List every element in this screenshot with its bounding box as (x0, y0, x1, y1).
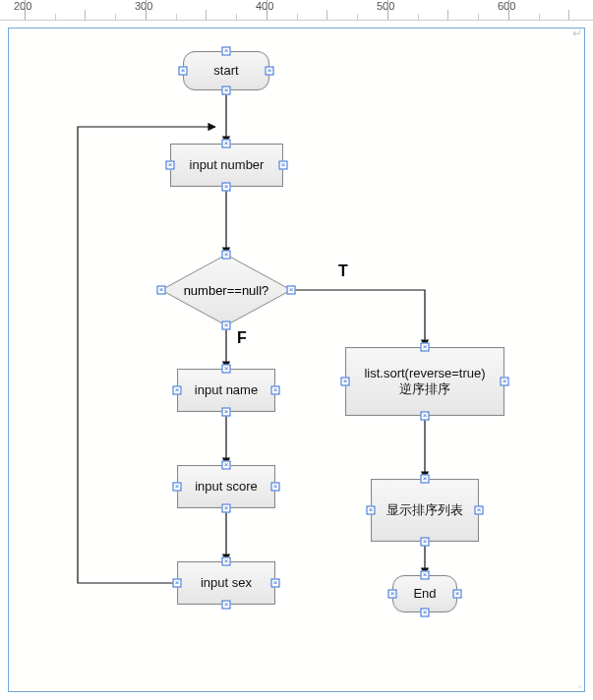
branch-label-false: F (237, 329, 247, 347)
node-label: input name (195, 382, 258, 398)
flowchart-canvas[interactable]: start input number number==null? T F (9, 29, 584, 691)
node-label: 显示排序列表 (386, 502, 463, 518)
node-label: input number (190, 157, 265, 173)
node-input-number[interactable]: input number (170, 144, 283, 187)
ruler-label: 600 (498, 0, 515, 12)
node-label-line1: list.sort(reverse=true) (364, 366, 485, 381)
node-input-score[interactable]: input score (177, 465, 275, 508)
ruler-label: 400 (256, 0, 273, 12)
page: 200 300 400 500 600 ↵ ◦ (0, 0, 593, 700)
ruler: 200 300 400 500 600 (0, 0, 593, 21)
node-sort[interactable]: list.sort(reverse=true) 逆序排序 (345, 347, 504, 416)
ruler-label: 500 (377, 0, 394, 12)
node-label: End (413, 586, 436, 602)
node-input-sex[interactable]: input sex (177, 561, 275, 605)
ruler-label: 300 (135, 0, 152, 12)
node-label: input sex (201, 575, 252, 591)
node-input-name[interactable]: input name (177, 369, 275, 412)
node-label-line2: 逆序排序 (364, 381, 485, 397)
node-label: input score (195, 479, 258, 495)
node-display[interactable]: 显示排序列表 (371, 479, 479, 542)
node-label: number==null? (184, 283, 269, 298)
canvas-frame: ↵ ◦ (8, 28, 585, 692)
ruler-label: 200 (14, 0, 31, 12)
node-label: start (213, 63, 238, 79)
node-decision[interactable]: number==null? (161, 255, 291, 325)
branch-label-true: T (338, 262, 348, 280)
